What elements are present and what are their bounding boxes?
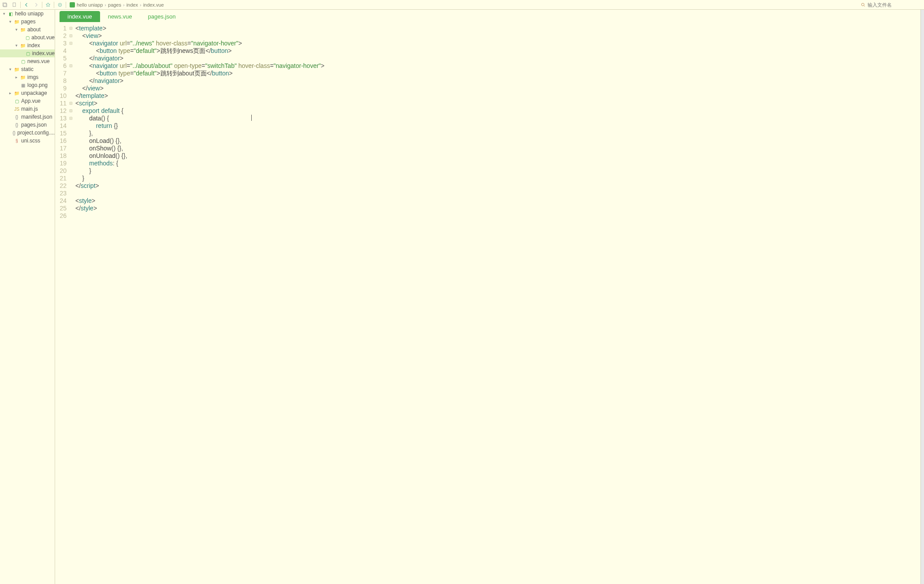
new-file-icon[interactable] xyxy=(10,0,19,10)
code-line[interactable]: onShow() {}, xyxy=(75,145,324,152)
tree-arrow-icon[interactable] xyxy=(8,115,12,119)
code-line[interactable]: <button type="default">跳转到about页面</butto… xyxy=(75,70,324,77)
code-line[interactable]: <view> xyxy=(75,32,324,40)
file-search[interactable] xyxy=(861,2,924,7)
tree-arrow-icon[interactable]: ▾ xyxy=(8,19,12,24)
code-line[interactable]: } xyxy=(75,175,324,182)
tree-item-about-vue[interactable]: ▢about.vue xyxy=(0,34,55,41)
tree-item-imgs[interactable]: ▸📁imgs xyxy=(0,73,55,81)
file-explorer[interactable]: ▾◧hello uniapp▾📁pages▾📁about▢about.vue▾📁… xyxy=(0,10,55,584)
fold-marker[interactable] xyxy=(68,77,74,85)
breadcrumb-item[interactable]: index.vue xyxy=(143,2,164,7)
fold-marker[interactable] xyxy=(68,70,74,77)
fold-marker[interactable] xyxy=(68,137,74,145)
code-line[interactable]: <navigator url="../news" hover-class="na… xyxy=(75,40,324,47)
code-line[interactable]: </template> xyxy=(75,92,324,100)
tab-news-vue[interactable]: news.vue xyxy=(100,11,140,22)
nav-forward-icon[interactable] xyxy=(31,0,41,10)
code-line[interactable]: return {} xyxy=(75,122,324,130)
breadcrumb-item[interactable]: hello uniapp xyxy=(77,2,103,7)
fold-marker[interactable] xyxy=(68,175,74,182)
tree-arrow-icon[interactable] xyxy=(14,83,19,87)
code-line[interactable]: <script> xyxy=(75,100,324,107)
tab-pages-json[interactable]: pages.json xyxy=(140,11,184,22)
minimap-strip[interactable] xyxy=(920,10,924,584)
tree-arrow-icon[interactable] xyxy=(8,99,12,103)
tree-item-main-js[interactable]: JSmain.js xyxy=(0,105,55,113)
code-line[interactable]: onLoad() {}, xyxy=(75,137,324,145)
breadcrumb-item[interactable]: pages xyxy=(108,2,121,7)
code-area[interactable]: 1234567891011121314151617181920212223242… xyxy=(55,22,920,584)
fold-marker[interactable] xyxy=(68,205,74,212)
tree-item-logo-png[interactable]: ▦logo.png xyxy=(0,81,55,89)
fold-marker[interactable]: ⊟ xyxy=(68,40,74,47)
tree-arrow-icon[interactable] xyxy=(8,107,12,111)
fold-marker[interactable] xyxy=(68,167,74,175)
fold-marker[interactable] xyxy=(68,122,74,130)
code-line[interactable]: <button type="default">跳转到news页面</button… xyxy=(75,47,324,55)
code-line[interactable]: methods: { xyxy=(75,160,324,167)
fold-marker[interactable]: ⊟ xyxy=(68,100,74,107)
tree-arrow-icon[interactable]: ▾ xyxy=(2,11,6,16)
code-line[interactable] xyxy=(75,212,324,220)
tree-item-index[interactable]: ▾📁index xyxy=(0,41,55,49)
tree-item-static[interactable]: ▾📁static xyxy=(0,65,55,73)
code-line[interactable]: </navigator> xyxy=(75,55,324,62)
fold-marker[interactable] xyxy=(68,197,74,205)
tree-item-news-vue[interactable]: ▢news.vue xyxy=(0,57,55,65)
tree-arrow-icon[interactable] xyxy=(20,35,24,40)
code-line[interactable]: }, xyxy=(75,130,324,137)
tree-item-pages-json[interactable]: {}pages.json xyxy=(0,121,55,129)
fold-marker[interactable]: ⊟ xyxy=(68,32,74,40)
tree-item-hello-uniapp[interactable]: ▾◧hello uniapp xyxy=(0,10,55,18)
code-line[interactable]: </view> xyxy=(75,85,324,92)
breadcrumb-item[interactable]: index xyxy=(127,2,138,7)
code-line[interactable]: <navigator url="../about/about" open-typ… xyxy=(75,62,324,70)
nav-back-icon[interactable] xyxy=(22,0,31,10)
code-line[interactable]: data() { xyxy=(75,115,324,122)
tree-arrow-icon[interactable] xyxy=(14,59,19,64)
tree-item-project-config----[interactable]: {}project.config.... xyxy=(0,129,55,137)
run-icon[interactable] xyxy=(55,0,65,10)
fold-marker[interactable] xyxy=(68,152,74,160)
code-line[interactable]: </navigator> xyxy=(75,77,324,85)
tree-arrow-icon[interactable]: ▸ xyxy=(14,75,19,79)
favorite-icon[interactable] xyxy=(43,0,53,10)
tree-item-unpackage[interactable]: ▸📁unpackage xyxy=(0,89,55,97)
fold-marker[interactable] xyxy=(68,182,74,190)
fold-marker[interactable]: ⊟ xyxy=(68,115,74,122)
tree-arrow-icon[interactable]: ▾ xyxy=(14,27,19,32)
search-input[interactable] xyxy=(868,2,920,7)
fold-marker[interactable] xyxy=(68,55,74,62)
tree-arrow-icon[interactable]: ▾ xyxy=(8,67,12,71)
tree-arrow-icon[interactable] xyxy=(8,131,11,135)
tree-arrow-icon[interactable]: ▾ xyxy=(14,43,19,48)
code-line[interactable] xyxy=(75,190,324,197)
fold-marker[interactable] xyxy=(68,190,74,197)
tree-arrow-icon[interactable] xyxy=(8,123,12,127)
code-line[interactable]: onUnload() {}, xyxy=(75,152,324,160)
fold-marker[interactable] xyxy=(68,47,74,55)
fold-marker[interactable] xyxy=(68,212,74,220)
fold-marker[interactable] xyxy=(68,92,74,100)
tree-item-uni-scss[interactable]: §uni.scss xyxy=(0,137,55,145)
tree-item-about[interactable]: ▾📁about xyxy=(0,26,55,34)
code-line[interactable]: <style> xyxy=(75,197,324,205)
tab-index-vue[interactable]: index.vue xyxy=(60,11,100,22)
code-line[interactable]: } xyxy=(75,167,324,175)
tree-arrow-icon[interactable] xyxy=(20,51,24,56)
fold-marker[interactable]: ⊟ xyxy=(68,62,74,70)
code-line[interactable]: export default { xyxy=(75,107,324,115)
tree-item-App-vue[interactable]: ▢App.vue xyxy=(0,97,55,105)
fold-marker[interactable] xyxy=(68,160,74,167)
code-line[interactable]: </style> xyxy=(75,205,324,212)
fold-marker[interactable] xyxy=(68,85,74,92)
tree-item-manifest-json[interactable]: {}manifest.json xyxy=(0,113,55,121)
fold-marker[interactable]: ⊟ xyxy=(68,107,74,115)
code-line[interactable]: </script> xyxy=(75,182,324,190)
tree-arrow-icon[interactable]: ▸ xyxy=(8,91,12,95)
save-all-icon[interactable] xyxy=(0,0,10,10)
fold-marker[interactable] xyxy=(68,145,74,152)
fold-marker[interactable]: ⊟ xyxy=(68,25,74,32)
fold-marker[interactable] xyxy=(68,130,74,137)
